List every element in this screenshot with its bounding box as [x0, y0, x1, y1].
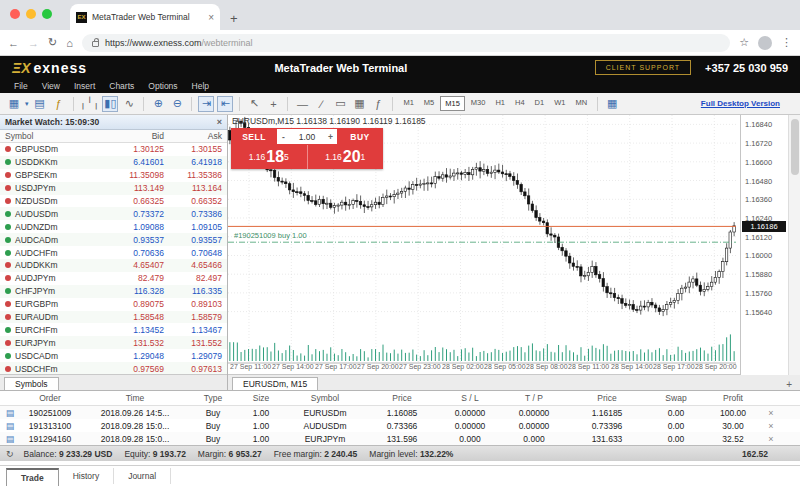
order-row-191313100[interactable]: ▤1913131002018.09.28 15:0...Buy1.00AUDUS… [0, 419, 800, 432]
window-controls[interactable] [10, 9, 52, 19]
scroll-to-end-icon[interactable]: ⇥ [198, 96, 214, 112]
buy-price[interactable]: 1.16 20 1 [307, 145, 384, 169]
menu-view[interactable]: View [42, 81, 60, 91]
fibonacci-icon[interactable]: ƒ [370, 96, 386, 112]
reload-icon[interactable]: ↻ [48, 36, 57, 49]
new-tab-button[interactable]: + [230, 11, 238, 30]
new-chart-caret-icon[interactable]: ▾ [25, 100, 29, 108]
close-order-icon[interactable]: × [762, 408, 780, 418]
symbol-name: CHFJPYm [15, 286, 106, 296]
timeframe-m1[interactable]: M1 [399, 96, 417, 111]
volume-input[interactable]: 1.00 [290, 132, 324, 142]
timeframe-h4[interactable]: H4 [511, 96, 529, 111]
market-watch-row-usdjpym[interactable]: USDJPYm113.149113.164 [0, 182, 227, 195]
trendline-icon[interactable]: ∕ [313, 96, 329, 112]
tab-symbols[interactable]: Symbols [4, 377, 59, 390]
market-watch-row-audjpym[interactable]: AUDJPYm82.47982.497 [0, 272, 227, 285]
timeframe-m15[interactable]: M15 [440, 96, 465, 111]
market-watch-row-audnzdm[interactable]: AUDNZDm1.090881.09105 [0, 220, 227, 233]
market-watch-row-gbpusdm[interactable]: GBPUSDm1.301251.30155 [0, 143, 227, 156]
scrollbar-thumb[interactable] [791, 119, 799, 175]
bid-value: 1.58548 [106, 312, 164, 322]
address-input[interactable]: https://www.exness.com/webterminal [82, 34, 730, 52]
zoom-in-icon[interactable]: ⊕ [150, 96, 166, 112]
cursor-icon[interactable]: ↖ [246, 96, 262, 112]
menu-insert[interactable]: Insert [74, 81, 95, 91]
horizontal-line-icon[interactable]: — [294, 96, 310, 112]
ask-value: 1.58579 [164, 312, 222, 322]
bookmark-star-icon[interactable]: ☆ [739, 36, 749, 49]
chart-tab-eurusd[interactable]: EURUSDm, M15 [232, 377, 318, 390]
maximize-window-button[interactable] [42, 9, 52, 19]
menu-file[interactable]: File [14, 81, 28, 91]
order-row-190251009[interactable]: ▤1902510092018.09.26 14:5...Buy1.00EURUS… [0, 406, 800, 419]
back-icon[interactable]: ← [8, 37, 19, 49]
buy-button[interactable]: BUY [337, 128, 383, 145]
zoom-out-icon[interactable]: ⊖ [169, 96, 185, 112]
chart-viewport[interactable]: EURUSDm,M15 1.16138 1.16190 1.16119 1.16… [228, 115, 800, 374]
indicators-icon[interactable]: ƒ [51, 96, 67, 112]
order-open-price: 1.16085 [366, 408, 438, 418]
market-watch-row-chfjpym[interactable]: CHFJPYm116.328116.335 [0, 285, 227, 298]
volume-decrease-button[interactable]: - [277, 132, 290, 142]
browser-menu-icon[interactable]: ⋮ [781, 36, 792, 49]
order-row-191294160[interactable]: ▤1912941602018.09.28 15:0...Buy1.00EURJP… [0, 432, 800, 445]
timeframe-h1[interactable]: H1 [491, 96, 509, 111]
grid-icon[interactable]: ▦ [351, 96, 367, 112]
add-chart-icon[interactable]: + [786, 379, 792, 390]
bottom-tab-trade[interactable]: Trade [6, 468, 59, 486]
market-watch-row-usddkkm[interactable]: USDDKKm6.416016.41918 [0, 156, 227, 169]
close-tab-icon[interactable]: × [208, 12, 214, 23]
close-window-button[interactable] [10, 9, 20, 19]
timeframe-mn[interactable]: MN [571, 96, 591, 111]
timeframe-m30[interactable]: M30 [467, 96, 490, 111]
order-current-price: 131.633 [566, 434, 648, 444]
bottom-tab-journal[interactable]: Journal [114, 468, 171, 484]
menu-options[interactable]: Options [148, 81, 177, 91]
market-watch-row-audchfm[interactable]: AUDCHFm0.706360.70648 [0, 246, 227, 259]
exness-logo[interactable]: ΞX exness [12, 60, 87, 76]
market-watch-row-auddkkm[interactable]: AUDDKKm4.654074.65466 [0, 259, 227, 272]
menu-charts[interactable]: Charts [109, 81, 134, 91]
bid-value: 0.70636 [106, 248, 164, 258]
auto-shift-icon[interactable]: ⇤ [217, 96, 233, 112]
profile-avatar[interactable] [758, 36, 772, 50]
market-watch-row-usdcadm[interactable]: USDCADm1.290481.29079 [0, 349, 227, 362]
minimize-window-button[interactable] [26, 9, 36, 19]
market-watch-row-gbpsekm[interactable]: GBPSEKm11.3509811.35386 [0, 169, 227, 182]
market-watch-row-audcadm[interactable]: AUDCADm0.935370.93557 [0, 233, 227, 246]
forward-icon[interactable]: → [28, 37, 39, 49]
timeframe-m5[interactable]: M5 [420, 96, 438, 111]
timeframe-w1[interactable]: W1 [550, 96, 569, 111]
bottom-tab-history[interactable]: History [59, 468, 114, 484]
close-order-icon[interactable]: × [762, 421, 780, 431]
browser-tab[interactable]: EX MetaTrader Web Terminal × [70, 4, 220, 30]
sell-price[interactable]: 1.16 18 5 [231, 145, 307, 169]
close-icon[interactable]: × [217, 117, 222, 127]
client-support-button[interactable]: CLIENT SUPPORT [595, 60, 691, 75]
bar-chart-icon[interactable]: ╷╵╷ [80, 96, 100, 112]
line-chart-icon[interactable]: ∿ [121, 96, 137, 112]
market-watch-row-eurjpym[interactable]: EURJPYm131.532131.552 [0, 336, 227, 349]
timeframe-d1[interactable]: D1 [531, 96, 549, 111]
candlestick-icon[interactable]: ▮▯ [102, 96, 118, 112]
chart-scrollbar[interactable] [788, 115, 800, 375]
market-watch-row-eurgbpm[interactable]: EURGBPm0.890750.89103 [0, 298, 227, 311]
market-watch-row-usdchfm[interactable]: USDCHFm0.975690.97613 [0, 362, 227, 374]
text-annotation-icon[interactable]: ▭ [332, 96, 348, 112]
new-order-icon[interactable]: ▤ [32, 96, 48, 112]
volume-increase-button[interactable]: + [324, 132, 337, 142]
crosshair-icon[interactable]: + [265, 96, 281, 112]
new-chart-icon[interactable]: ▦ [6, 96, 22, 112]
market-watch-row-nzdusdm[interactable]: NZDUSDm0.663250.66352 [0, 195, 227, 208]
market-watch-row-eurchfm[interactable]: EURCHFm1.134521.13467 [0, 323, 227, 336]
menu-help[interactable]: Help [192, 81, 209, 91]
sell-button[interactable]: SELL [231, 128, 277, 145]
full-version-link[interactable]: Full Desktop Version [701, 99, 794, 108]
bid-value: 4.65407 [106, 260, 164, 270]
close-order-icon[interactable]: × [762, 434, 780, 444]
home-icon[interactable]: ⌂ [66, 37, 73, 49]
market-watch-row-audusdm[interactable]: AUDUSDm0.733720.73386 [0, 207, 227, 220]
market-watch-row-euraudm[interactable]: EURAUDm1.585481.58579 [0, 311, 227, 324]
tile-windows-icon[interactable]: ▦ [604, 96, 620, 112]
